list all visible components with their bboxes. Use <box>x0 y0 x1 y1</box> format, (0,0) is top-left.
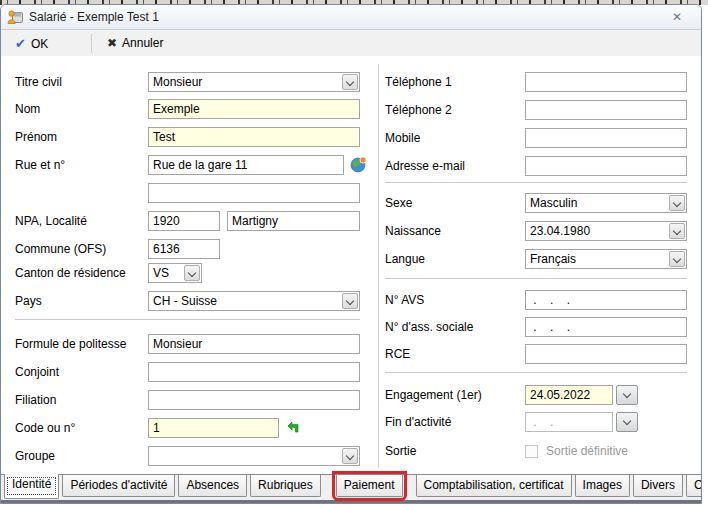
naissance-label: Naissance <box>385 221 441 241</box>
npa-localite-label: NPA, Localité <box>15 211 87 231</box>
commune-input[interactable] <box>148 239 220 259</box>
employee-dialog: Salarié - Exemple Test 1 ✕ ✔OK ✖Annuler … <box>0 4 702 504</box>
tab-divers[interactable]: Divers <box>633 475 683 497</box>
ass-sociale-input[interactable] <box>525 317 687 337</box>
conjoint-label: Conjoint <box>15 362 59 382</box>
tab-identite[interactable]: Identité <box>4 474 59 499</box>
chevron-down-icon[interactable] <box>669 251 685 267</box>
sortie-label: Sortie <box>385 441 416 461</box>
code-input[interactable] <box>148 418 279 438</box>
filiation-input[interactable] <box>148 390 360 410</box>
naissance-value: 23.04.1980 <box>530 223 590 239</box>
fin-activite-date-dropdown-button[interactable] <box>616 412 638 432</box>
filiation-label: Filiation <box>15 390 56 410</box>
tab-strip: Identité Périodes d'activité Absences Ru… <box>1 475 702 500</box>
formule-input[interactable] <box>148 334 360 354</box>
langue-label: Langue <box>385 249 425 269</box>
tel1-input[interactable] <box>525 72 687 92</box>
pays-label: Pays <box>15 291 42 311</box>
nom-label: Nom <box>15 99 40 119</box>
chevron-down-icon[interactable] <box>342 74 358 90</box>
right-separator-1 <box>385 182 687 183</box>
email-input[interactable] <box>525 156 687 176</box>
chevron-down-icon[interactable] <box>669 195 685 211</box>
right-separator-2 <box>385 278 687 279</box>
avs-input[interactable] <box>525 290 687 310</box>
sortie-definitive-checkbox[interactable] <box>525 445 538 458</box>
close-icon[interactable]: ✕ <box>669 9 685 25</box>
right-separator-3 <box>385 372 687 373</box>
tab-absences[interactable]: Absences <box>178 475 247 497</box>
nom-input[interactable] <box>148 99 360 119</box>
commune-label: Commune (OFS) <box>15 239 106 259</box>
tabbar: Identité Périodes d'activité Absences Ru… <box>1 474 702 503</box>
npa-input[interactable] <box>148 211 220 231</box>
code-label: Code ou n° <box>15 418 75 438</box>
email-label: Adresse e-mail <box>385 156 465 176</box>
green-arrow-icon[interactable] <box>288 422 299 433</box>
groupe-label: Groupe <box>15 446 55 466</box>
fin-activite-input[interactable] <box>525 412 613 432</box>
cancel-button-label: Annuler <box>122 36 163 50</box>
tab-paiement[interactable]: Paiement <box>336 475 403 497</box>
langue-select[interactable]: Français <box>525 249 687 269</box>
employee-person-icon <box>7 9 23 25</box>
tel1-label: Téléphone 1 <box>385 72 452 92</box>
formule-label: Formule de politesse <box>15 334 126 354</box>
titre-civil-label: Titre civil <box>15 72 62 92</box>
pays-select[interactable]: CH - Suisse <box>148 291 360 311</box>
engagement-label: Engagement (1er) <box>385 385 482 405</box>
prenom-input[interactable] <box>148 127 360 147</box>
cancel-button[interactable]: ✖Annuler <box>101 33 173 54</box>
canton-select[interactable]: VS <box>148 263 202 283</box>
tab-images[interactable]: Images <box>575 475 630 497</box>
tel2-label: Téléphone 2 <box>385 100 452 120</box>
toolbar-separator <box>91 34 92 53</box>
langue-value: Français <box>530 251 576 267</box>
pays-value: CH - Suisse <box>153 293 217 309</box>
window-title: Salarié - Exemple Test 1 <box>29 9 159 25</box>
avs-label: N° AVS <box>385 290 424 310</box>
screenshot-root: Salarié - Exemple Test 1 ✕ ✔OK ✖Annuler … <box>0 0 708 506</box>
sortie-definitive-label: Sortie définitive <box>546 441 628 461</box>
tab-rubriques[interactable]: Rubriques <box>250 475 321 497</box>
chevron-down-icon[interactable] <box>669 223 685 239</box>
naissance-select[interactable]: 23.04.1980 <box>525 221 687 241</box>
ass-sociale-label: N° d'ass. sociale <box>385 317 473 337</box>
chevron-down-icon[interactable] <box>342 293 358 309</box>
sexe-select[interactable]: Masculin <box>525 193 687 213</box>
check-icon: ✔ <box>15 33 26 54</box>
rce-label: RCE <box>385 344 410 364</box>
chevron-down-icon[interactable] <box>184 265 200 281</box>
localite-input[interactable] <box>227 211 360 231</box>
engagement-input[interactable] <box>525 385 613 405</box>
globe-icon[interactable] <box>350 156 367 173</box>
rue2-input[interactable] <box>148 183 360 203</box>
rue-input[interactable] <box>148 155 344 175</box>
titre-civil-value: Monsieur <box>153 74 202 90</box>
ok-button-label: OK <box>31 37 48 51</box>
sexe-label: Sexe <box>385 193 412 213</box>
rue-label: Rue et n° <box>15 155 65 175</box>
conjoint-input[interactable] <box>148 362 360 382</box>
titre-civil-select[interactable]: Monsieur <box>148 72 360 92</box>
sexe-value: Masculin <box>530 195 577 211</box>
engagement-date-dropdown-button[interactable] <box>616 385 638 405</box>
rce-input[interactable] <box>525 344 687 364</box>
canton-value: VS <box>153 265 169 281</box>
canton-label: Canton de résidence <box>15 263 126 283</box>
chevron-down-icon[interactable] <box>342 448 358 464</box>
x-icon: ✖ <box>107 33 117 54</box>
prenom-label: Prénom <box>15 127 57 147</box>
titlebar[interactable]: Salarié - Exemple Test 1 ✕ <box>1 5 701 30</box>
tab-periodes-activite[interactable]: Périodes d'activité <box>62 475 175 497</box>
groupe-select[interactable] <box>148 446 360 466</box>
tab-comptabilisation-certificat[interactable]: Comptabilisation, certificat <box>416 475 572 497</box>
tel2-input[interactable] <box>525 100 687 120</box>
left-separator <box>15 319 360 320</box>
fin-activite-label: Fin d'activité <box>385 412 451 432</box>
mobile-label: Mobile <box>385 128 420 148</box>
mobile-input[interactable] <box>525 128 687 148</box>
tab-complements[interactable]: Compléments <box>686 475 702 497</box>
ok-button[interactable]: ✔OK <box>9 33 58 54</box>
